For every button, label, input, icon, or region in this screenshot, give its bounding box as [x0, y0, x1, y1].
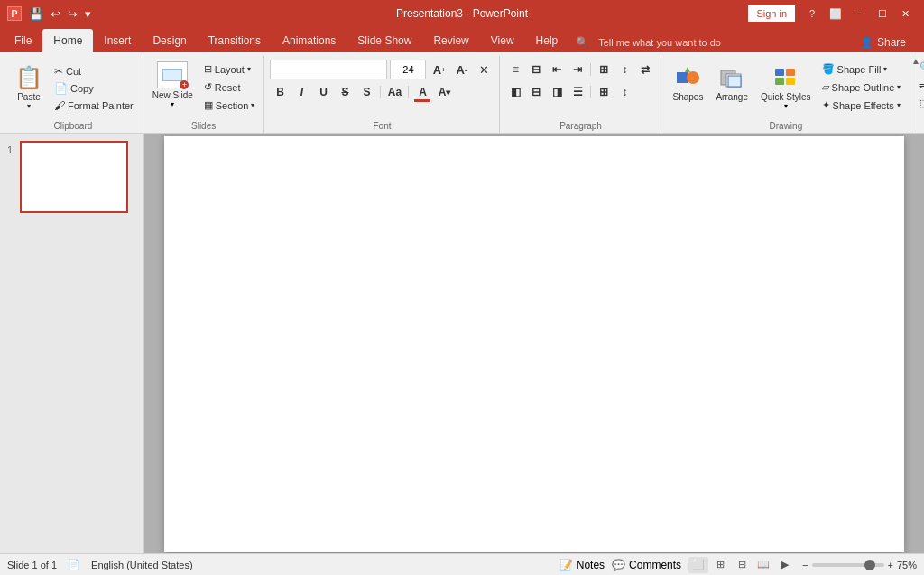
slides-small-buttons: ⊟ Layout ▾ ↺ Reset ▦ Section ▾ — [200, 61, 259, 113]
new-slide-button[interactable]: + New Slide ▾ — [149, 60, 197, 113]
columns-button[interactable]: ⊞ — [594, 60, 614, 79]
arrange-icon — [717, 63, 746, 92]
shadow-button[interactable]: S — [356, 82, 376, 102]
slideshow-button[interactable]: ▶ — [775, 557, 795, 573]
replace-button[interactable]: ⇌ Replace ▾ — [916, 78, 924, 93]
format-painter-button[interactable]: 🖌 Format Painter — [51, 97, 137, 114]
arrange-button[interactable]: Arrange — [710, 60, 753, 106]
tab-insert[interactable]: Insert — [93, 29, 142, 52]
tab-design[interactable]: Design — [142, 29, 197, 52]
numbering-button[interactable]: ⊟ — [526, 60, 546, 79]
justify-button[interactable]: ☰ — [568, 82, 587, 102]
tab-help[interactable]: Help — [525, 29, 569, 52]
align-left-button[interactable]: ◧ — [505, 82, 525, 102]
tab-file[interactable]: File — [4, 29, 42, 52]
increase-indent-button[interactable]: ⇥ — [568, 60, 587, 79]
quick-styles-button[interactable]: Quick Styles ▾ — [755, 60, 817, 114]
notes-button[interactable]: 📝 Notes — [559, 559, 605, 571]
shapes-button[interactable]: Shapes — [667, 60, 708, 106]
increase-font-button[interactable]: A+ — [429, 60, 448, 79]
customize-icon[interactable]: ▾ — [83, 5, 93, 23]
slide-sorter-button[interactable]: ⊟ — [732, 557, 752, 573]
shape-outline-button[interactable]: ▱ Shape Outline ▾ — [818, 79, 905, 95]
status-left: Slide 1 of 1 📄 English (United States) — [7, 559, 193, 570]
zoom-out-button[interactable]: − — [802, 560, 808, 570]
layout-button[interactable]: ⊟ Layout ▾ — [200, 61, 259, 77]
comments-button[interactable]: 💬 Comments — [612, 559, 681, 571]
zoom-thumb[interactable] — [864, 560, 875, 570]
redo-icon[interactable]: ↪ — [66, 5, 79, 23]
clipboard-label: Clipboard — [9, 119, 137, 133]
direction-button[interactable]: ⇄ — [635, 60, 655, 79]
bold-button[interactable]: B — [270, 82, 290, 102]
tab-slideshow[interactable]: Slide Show — [346, 29, 422, 52]
maximize-button[interactable]: ☐ — [871, 4, 894, 23]
zoom-slider[interactable] — [812, 563, 884, 567]
drawing-label: Drawing — [667, 119, 904, 133]
sign-in-button[interactable]: Sign in — [748, 5, 795, 22]
drawing-group: Shapes Arrange — [661, 56, 910, 133]
font-row-1: 24 A+ A- ✕ — [270, 60, 494, 79]
tab-view[interactable]: View — [480, 29, 525, 52]
font-name-input[interactable] — [270, 60, 387, 79]
align-right-button[interactable]: ◨ — [547, 82, 567, 102]
select-icon: ⬚ — [919, 97, 924, 109]
strikethrough-button[interactable]: S — [335, 82, 355, 102]
decrease-font-button[interactable]: A- — [451, 60, 471, 79]
zoom-in-button[interactable]: + — [888, 560, 893, 570]
svg-rect-0 — [677, 72, 688, 83]
slide-thumbnail-1[interactable]: 1 — [0, 141, 143, 213]
copy-button[interactable]: 📄 Copy — [51, 80, 137, 97]
bullets-button[interactable]: ≡ — [505, 60, 525, 79]
highlight-button[interactable]: A▾ — [434, 82, 454, 102]
reset-button[interactable]: ↺ Reset — [200, 79, 259, 95]
section-icon: ▦ — [204, 99, 213, 111]
minimize-button[interactable]: ─ — [849, 4, 871, 23]
cut-button[interactable]: ✂ Cut — [51, 63, 137, 79]
slide-canvas[interactable] — [164, 136, 904, 552]
normal-view-button[interactable]: ⬜ — [688, 557, 708, 573]
reading-view-button[interactable]: 📖 — [753, 557, 773, 573]
section-button[interactable]: ▦ Section ▾ — [200, 97, 259, 113]
slide-thumb-1[interactable] — [20, 141, 128, 213]
select-button[interactable]: ⬚ Select ▾ — [916, 96, 924, 111]
svg-rect-6 — [775, 69, 784, 76]
shape-effects-icon: ✦ — [822, 99, 830, 111]
help-search-input[interactable]: Tell me what you want to do — [593, 32, 755, 52]
title-bar-right: Sign in ? ⬜ ─ ☐ ✕ — [748, 4, 917, 23]
clipboard-group: 📋 Paste ▾ ✂ Cut 📄 Copy 🖌 Format Painter — [4, 56, 143, 133]
ribbon-display-icon[interactable]: ⬜ — [822, 4, 849, 23]
tab-animations[interactable]: Animations — [272, 29, 346, 52]
canvas-area[interactable] — [144, 134, 924, 553]
share-button[interactable]: 👤 Share — [849, 32, 917, 52]
paste-button[interactable]: 📋 Paste ▾ — [9, 60, 49, 114]
cut-icon: ✂ — [54, 65, 63, 78]
align-center-button[interactable]: ⊟ — [526, 82, 546, 102]
case-button[interactable]: Aa — [384, 82, 404, 102]
outline-view-button[interactable]: ⊞ — [710, 557, 730, 573]
paste-icon: 📋 — [14, 63, 43, 92]
status-right: 📝 Notes 💬 Comments ⬜ ⊞ ⊟ 📖 ▶ − + 75% — [559, 557, 917, 573]
font-size-input[interactable]: 24 — [390, 60, 426, 79]
clear-format-button[interactable]: ✕ — [474, 60, 494, 79]
tab-transitions[interactable]: Transitions — [198, 29, 272, 52]
shape-fill-button[interactable]: 🪣 Shape Fill ▾ — [818, 61, 905, 77]
smart-art-button[interactable]: ⊞ — [594, 82, 614, 102]
convert-button[interactable]: ↕ — [614, 82, 634, 102]
undo-icon[interactable]: ↩ — [49, 5, 62, 23]
close-button[interactable]: ✕ — [894, 4, 917, 23]
shape-effects-button[interactable]: ✦ Shape Effects ▾ — [818, 97, 905, 113]
app-icon: P — [7, 6, 22, 21]
para-sep-1 — [590, 63, 591, 76]
separator-2 — [408, 86, 409, 98]
save-icon[interactable]: 💾 — [27, 5, 45, 23]
help-icon[interactable]: ? — [802, 4, 822, 23]
font-color-button[interactable]: A — [412, 82, 432, 102]
tab-review[interactable]: Review — [422, 29, 479, 52]
tab-home[interactable]: Home — [42, 29, 93, 52]
underline-button[interactable]: U — [313, 82, 333, 102]
collapse-ribbon-button[interactable]: ▲ — [911, 56, 920, 66]
line-spacing-button[interactable]: ↕ — [614, 60, 634, 79]
decrease-indent-button[interactable]: ⇤ — [547, 60, 567, 79]
italic-button[interactable]: I — [291, 82, 311, 102]
